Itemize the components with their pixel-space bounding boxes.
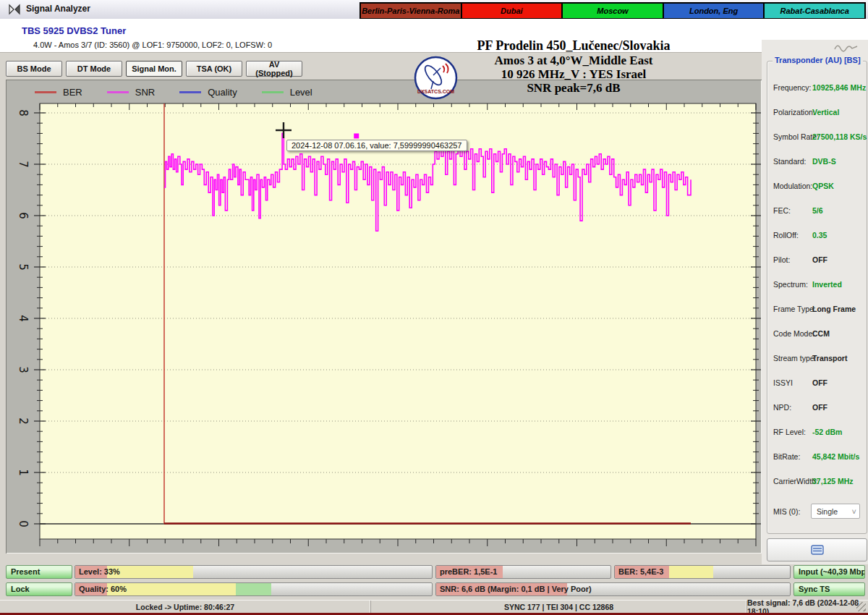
statusbar-best-signal: Best signal: 7,6 dB (2024-12-08 18:10) (747, 601, 868, 614)
transponder-label: Modulation: (773, 182, 812, 190)
svg-text:DXSATCS.COM: DXSATCS.COM (417, 89, 454, 94)
status-row-1: PresentLevel: 33%preBER: 1,5E-1BER: 5,4E… (0, 565, 868, 579)
transponder-tool-button[interactable] (767, 538, 867, 561)
tuner-detail: 4.0W - Amos 3/7 (ID: 3560) @ LOF1: 97500… (33, 41, 272, 49)
mode-button-dt-mode[interactable]: DT Mode (66, 61, 122, 77)
mode-button-signal-mon[interactable]: Signal Mon. (126, 61, 182, 77)
transponder-label: Code Mode: (773, 329, 814, 338)
transponder-value: Transport (812, 354, 847, 362)
clock-city-label: Moscow (563, 4, 663, 20)
statusbar-uptime: Locked -> Uptime: 80:46:27 (0, 601, 371, 614)
legend-swatch (35, 91, 56, 93)
resize-grip[interactable] (856, 602, 866, 611)
transponder-label: Polarization: (773, 108, 815, 116)
transponder-value: 37,125 MHz (812, 477, 854, 485)
transponder-label: Frequency: (773, 83, 812, 92)
transponder-label: Frame Type: (773, 305, 816, 313)
progress-bar-level: Level: 33% (75, 565, 433, 579)
transponder-value: 10925,846 MHz (812, 83, 866, 92)
legend-swatch (262, 91, 284, 93)
transponder-row: RollOff:0.35 (767, 231, 867, 242)
mode-button-tsa-ok[interactable]: TSA (OK) (186, 61, 242, 77)
transponder-value: QPSK (812, 182, 834, 190)
transponder-row: ISSYIOFF (767, 378, 867, 390)
legend-label: BER (63, 87, 82, 98)
tuner-name: TBS 5925 DVBS2 Tuner (22, 25, 126, 36)
chevron-down-icon: ˅ (852, 504, 856, 519)
transponder-row: NPD:OFF (767, 403, 867, 415)
legend-label: Quality (208, 87, 237, 98)
mode-button-av-stopped[interactable]: AV (Stopped) (246, 61, 302, 77)
progress-bar-quality: Quality: 60% (75, 582, 433, 596)
transponder-value: CCM (812, 329, 830, 338)
transponder-row: RF Level:-52 dBm (767, 428, 867, 439)
transponder-row: Symbol Rate:27500,118 KS/s (767, 132, 867, 144)
legend-swatch (179, 91, 201, 93)
annotation-line1: PF Prodelin 450_Lučenec/Slovakia (400, 38, 747, 54)
snr-peak-marker (354, 133, 359, 138)
transponder-label: CarrierWidth: (773, 477, 818, 485)
mis-dropdown[interactable]: Single ˅ (811, 504, 860, 519)
transponder-value: DVB-S (812, 157, 836, 166)
bar-text: Quality: 60% (79, 583, 127, 595)
transponder-value: Long Frame (812, 305, 856, 313)
y-axis-label: 6 (17, 212, 30, 219)
y-axis-label: 4 (17, 315, 30, 322)
legend-item-snr: SNR (107, 87, 155, 98)
transponder-row: Spectrum:Inverted (767, 280, 867, 292)
bar-segment (669, 566, 713, 578)
bar-text: preBER: 1,5E-1 (440, 566, 497, 578)
legend-label: Level (290, 87, 312, 98)
chart-tooltip: 2024-12-08 07.06.16, value: 7,5999999046… (286, 140, 467, 151)
mode-button-bs-mode[interactable]: BS Mode (6, 61, 62, 77)
plot-area (40, 103, 756, 539)
transponder-label: Pilot: (773, 255, 790, 264)
legend-label: SNR (135, 87, 155, 98)
clock-city-label: Rabat-Casablanca (765, 4, 864, 20)
transponder-value: 0.35 (812, 231, 827, 239)
transponder-panel-title: Transponder (AU) [BS] (773, 56, 863, 64)
y-axis-label: 0 (17, 520, 30, 527)
mode-button-bar: BS ModeDT ModeSignal Mon.TSA (OK)AV (Sto… (6, 61, 302, 77)
clock-city-label: Dubai (462, 4, 562, 20)
transponder-value: Vertical (812, 108, 839, 116)
statusbar-sync-counters: SYNC 177 | TEI 304 | CC 12868 (371, 601, 747, 614)
transponder-row: CarrierWidth:37,125 MHz (767, 477, 867, 488)
chart-legend: BERSNRQualityLevel (35, 84, 337, 100)
mis-label: MIS (0): (773, 507, 800, 516)
transponder-row: BitRate:45,842 Mbit/s (767, 452, 867, 464)
transponder-label: Stream type: (773, 354, 817, 362)
bar-text: BER: 5,4E-3 (618, 566, 663, 578)
legend-swatch (107, 91, 129, 93)
record-list-icon (811, 545, 824, 555)
y-axis-label: 7 (17, 161, 30, 168)
app-icon (9, 4, 20, 15)
transponder-label: Standard: (773, 157, 807, 166)
transponder-label: RollOff: (773, 231, 799, 239)
bar-segment (236, 583, 271, 595)
y-axis-label: 5 (17, 263, 30, 271)
progress-bar-snr: SNR: 6,6 dB (Margin: 0,1 dB | Very Poor) (435, 582, 791, 596)
mis-value: Single (817, 507, 838, 516)
transponder-row: FEC:5/6 (767, 206, 867, 218)
transponder-label: NPD: (773, 403, 791, 412)
chart-panel: BERSNRQualityLevel 012345678 2024-12-08 … (6, 80, 762, 554)
transponder-row: Frame Type:Long Frame (767, 305, 867, 316)
dxsatcs-logo: DXSATCS.COM (414, 56, 458, 100)
signal-analyzer-window: Signal Analyzer Berlin-Paris-Vienna-Roma… (0, 0, 868, 615)
clock-city-label: Berlin-Paris-Vienna-Roma (361, 4, 461, 20)
y-axis-label: 8 (17, 109, 30, 116)
mis-row: MIS (0): Single ˅ (767, 503, 867, 520)
status-badge-sync: Sync TS (793, 582, 865, 596)
bar-text: SNR: 6,6 dB (Margin: 0,1 dB | Very Poor) (440, 583, 592, 595)
progress-bar-preber: preBER: 1,5E-1 (435, 565, 611, 579)
legend-item-quality: Quality (179, 87, 237, 98)
transponder-row: Standard:DVB-S (767, 157, 867, 169)
y-axis-label: 2 (17, 417, 30, 425)
progress-bar-ber: BER: 5,4E-3 (614, 565, 791, 579)
transponder-row: Pilot:OFF (767, 255, 867, 267)
transponder-value: 27500,118 KS/s (812, 132, 867, 141)
transponder-row: Polarization:Vertical (767, 108, 867, 119)
bar-text: Level: 33% (79, 566, 120, 578)
transponder-value: 45,842 Mbit/s (812, 452, 859, 461)
